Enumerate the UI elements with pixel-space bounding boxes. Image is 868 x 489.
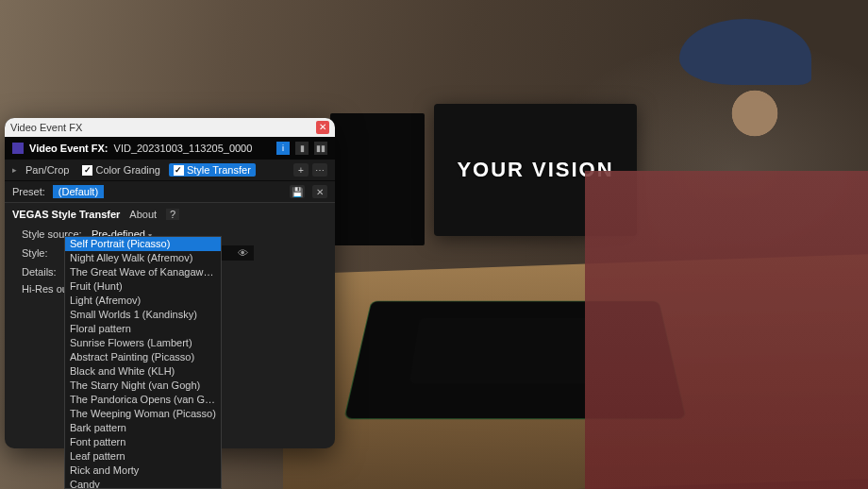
checkbox-icon[interactable]: ✓: [82, 165, 92, 176]
style-option[interactable]: Night Alley Walk (Afremov): [65, 251, 221, 265]
effect-chain: ▸ Pan/Crop ✓ Color Grading ✓ Style Trans…: [5, 160, 335, 181]
style-option[interactable]: Self Portrait (Picasso): [65, 237, 221, 251]
style-option[interactable]: Abstract Painting (Picasso): [65, 350, 221, 364]
clip-name: VID_20231003_113205_0000: [114, 143, 253, 154]
window-title: Video Event FX: [10, 122, 82, 133]
style-option[interactable]: Fruit (Hunt): [65, 279, 221, 294]
chain-style-transfer-label: Style Transfer: [187, 164, 251, 176]
chain-pan-crop[interactable]: Pan/Crop: [21, 163, 74, 177]
secondary-monitor: [330, 113, 425, 245]
style-option[interactable]: Floral pattern: [65, 322, 221, 336]
style-option[interactable]: The Starry Night (van Gogh): [65, 379, 221, 393]
style-option[interactable]: Sunrise Flowers (Lambert): [65, 336, 221, 350]
checkbox-icon[interactable]: ✓: [174, 165, 184, 176]
style-option[interactable]: The Weeping Woman (Picasso): [65, 407, 221, 421]
drag-handle-icon[interactable]: [12, 143, 24, 154]
style-options-list[interactable]: Self Portrait (Picasso)Night Alley Walk …: [64, 236, 222, 489]
titlebar[interactable]: Video Event FX ✕: [5, 118, 335, 137]
preset-label: Preset:: [12, 186, 45, 197]
style-option[interactable]: Leaf pattern: [65, 449, 221, 464]
chain-pan-crop-label: Pan/Crop: [25, 164, 69, 176]
style-option[interactable]: The Great Wave of Kanagawa (Hokusai): [65, 265, 221, 279]
preset-save-button[interactable]: 💾: [290, 185, 305, 198]
about-link[interactable]: About: [129, 209, 157, 220]
chain-add-button[interactable]: +: [293, 163, 309, 177]
chain-color-grading-label: Color Grading: [95, 164, 159, 176]
style-option[interactable]: Bark pattern: [65, 421, 221, 435]
preset-dropdown[interactable]: (Default): [53, 185, 104, 198]
preset-row: Preset: (Default) 💾 ✕: [5, 181, 335, 202]
preview-eye-icon[interactable]: 👁: [238, 247, 248, 259]
header-button-3[interactable]: ▮▮: [314, 142, 327, 155]
help-button[interactable]: ?: [166, 209, 179, 220]
preset-delete-button[interactable]: ✕: [312, 185, 327, 198]
section-header: VEGAS Style Transfer About ?: [5, 202, 335, 226]
fx-header: Video Event FX: VID_20231003_113205_0000…: [5, 137, 335, 160]
style-option[interactable]: Candy: [65, 478, 221, 489]
close-button[interactable]: ✕: [316, 121, 329, 134]
chain-style-transfer[interactable]: ✓ Style Transfer: [169, 163, 256, 177]
chain-color-grading[interactable]: ✓ Color Grading: [77, 163, 164, 177]
style-option[interactable]: Small Worlds 1 (Kandinsky): [65, 308, 221, 322]
style-option[interactable]: Black and White (KLH): [65, 364, 221, 379]
fx-header-label: Video Event FX:: [29, 143, 108, 154]
plugin-title: VEGAS Style Transfer: [12, 209, 120, 220]
chain-more-button[interactable]: ⋯: [312, 163, 327, 177]
style-option[interactable]: Font pattern: [65, 435, 221, 449]
header-button-1[interactable]: i: [276, 142, 290, 155]
style-option[interactable]: The Pandorica Opens (van Gogh): [65, 393, 221, 407]
style-option[interactable]: Rick and Morty: [65, 464, 221, 478]
chain-arrow-icon: ▸: [12, 165, 17, 175]
header-button-2[interactable]: ▮: [295, 142, 309, 155]
style-option[interactable]: Light (Afremov): [65, 294, 221, 308]
